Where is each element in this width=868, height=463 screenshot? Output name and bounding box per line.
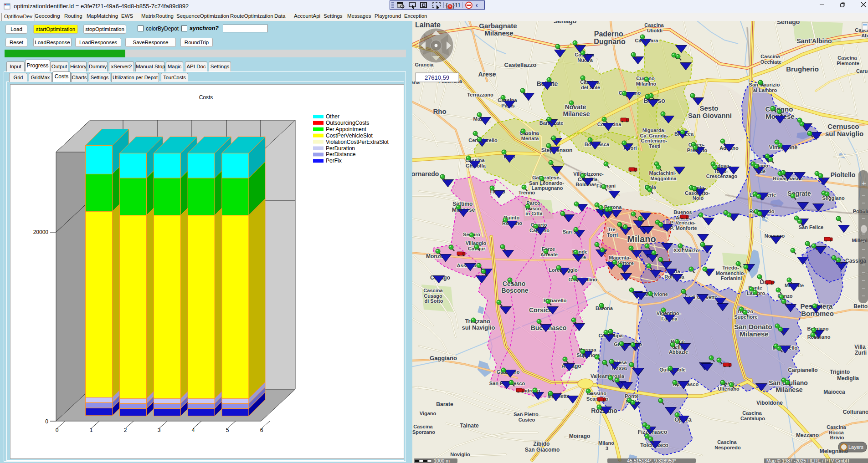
svg-text:Costs: Costs	[199, 94, 213, 101]
svg-text:Grancia: Grancia	[415, 62, 434, 67]
svg-text:Noviglio: Noviglio	[450, 452, 470, 457]
svg-text:Caruga: Caruga	[856, 68, 868, 74]
svg-text:Milano: Milano	[627, 234, 656, 244]
svg-text:Moirago: Moirago	[569, 433, 591, 439]
svg-text:OutsourcingCosts: OutsourcingCosts	[326, 120, 369, 126]
svg-text:0: 0	[45, 418, 48, 425]
svg-text:Trezzano sul Naviglio: Trezzano sul Naviglio	[462, 318, 495, 331]
svg-text:Tre Torri: Tre Torri	[607, 227, 618, 238]
svg-text:Other: Other	[326, 113, 339, 120]
svg-text:Cascina Cantalupo: Cascina Cantalupo	[740, 410, 765, 421]
svg-text:Viboldone: Viboldone	[756, 400, 783, 406]
svg-text:20000: 20000	[33, 229, 49, 235]
svg-text:Triginto: Triginto	[830, 369, 850, 375]
svg-text:Arese: Arese	[478, 71, 496, 78]
svg-text:Carpianello: Carpianello	[788, 367, 817, 373]
svg-text:Sant'Albino: Sant'Albino	[796, 37, 832, 45]
svg-text:45.515134°, 9.328950°: 45.515134°, 9.328950°	[627, 458, 676, 463]
svg-text:Novate Milanese: Novate Milanese	[563, 103, 590, 117]
svg-text:Cornaredo: Cornaredo	[412, 170, 439, 178]
svg-text:Valleambrosia: Valleambrosia	[591, 373, 625, 379]
svg-text:Maiocca: Maiocca	[823, 389, 845, 395]
svg-text:Pioltello: Pioltello	[831, 171, 855, 178]
svg-text:Tainate: Tainate	[460, 422, 478, 429]
svg-text:Per Appointment: Per Appointment	[326, 126, 366, 132]
svg-text:Cascina Nesporedo: Cascina Nesporedo	[714, 439, 741, 450]
svg-text:PerDuration: PerDuration	[326, 145, 355, 152]
svg-text:Mediglia: Mediglia	[837, 375, 859, 382]
svg-text:Map © 1987 -2025 HERE / PTV Gm: Map © 1987 -2025 HERE / PTV GmbH	[766, 458, 849, 463]
svg-text:San Donato Milanese: San Donato Milanese	[734, 323, 774, 338]
svg-text:Cascina Sporzano: Cascina Sporzano	[412, 424, 435, 435]
svg-text:Barate: Barate	[436, 401, 453, 407]
svg-text:Senago: Senago	[777, 21, 800, 25]
svg-text:Colturano: Colturano	[843, 409, 868, 415]
svg-text:1: 1	[90, 427, 93, 433]
svg-text:Maciachini- Maggiolina: Maciachini- Maggiolina	[649, 170, 678, 181]
svg-text:Bettoli: Bettoli	[853, 303, 868, 310]
svg-text:Cascina Cusago di Sotto: Cascina Cusago di Sotto	[423, 288, 444, 304]
svg-text:Paderno Dugnano: Paderno Dugnano	[594, 30, 626, 46]
svg-text:Forze Armate: Forze Armate	[540, 246, 558, 257]
svg-text:0: 0	[56, 427, 59, 433]
svg-text:Layers: Layers	[848, 444, 864, 450]
svg-text:5: 5	[226, 427, 229, 433]
svg-text:PerDistance: PerDistance	[326, 151, 356, 158]
svg-text:2: 2	[124, 427, 127, 433]
svg-text:Gaggiano: Gaggiano	[430, 355, 457, 361]
svg-text:4: 4	[192, 427, 195, 433]
svg-text:Villa Zurli: Villa Zurli	[854, 344, 867, 356]
svg-text:PerFix: PerFix	[326, 158, 342, 164]
svg-text:Seggiano: Seggiano	[822, 195, 845, 201]
svg-text:+: +	[862, 179, 866, 188]
svg-text:Terrazzano: Terrazzano	[467, 92, 493, 97]
svg-text:Rho: Rho	[433, 107, 446, 115]
svg-text:1000 m: 1000 m	[434, 458, 450, 463]
svg-text:Vigano: Vigano	[420, 411, 437, 416]
svg-text:Barona: Barona	[596, 305, 613, 311]
svg-text:Gallaratese- San Leonardo- Lam: Gallaratese- San Leonardo- Lampugnano	[529, 175, 565, 191]
svg-text:Mezzano: Mezzano	[796, 432, 819, 438]
svg-text:ViolationCostPerExtraSlot: ViolationCostPerExtraSlot	[326, 139, 389, 145]
svg-text:Senago: Senago	[554, 21, 577, 25]
svg-text:Garbagnate Milanese: Garbagnate Milanese	[479, 22, 519, 37]
svg-text:3: 3	[158, 427, 161, 433]
svg-text:Cernusco sul Naviglio: Cernusco sul Naviglio	[825, 122, 863, 137]
svg-text:Cascina Piemonte: Cascina Piemonte	[837, 55, 859, 66]
svg-text:Cascina Uboldi: Cascina Uboldi	[644, 22, 665, 33]
svg-text:Cesano Boscone: Cesano Boscone	[501, 280, 528, 294]
svg-text:27610,59: 27610,59	[425, 74, 449, 81]
svg-text:Lainate: Lainate	[415, 21, 441, 29]
svg-text:San Maurizio al Lambro: San Maurizio al Lambro	[749, 82, 781, 93]
svg-text:Cascina Occhiate: Cascina Occhiate	[760, 54, 781, 65]
svg-text:Castellazzo: Castellazzo	[504, 61, 537, 68]
svg-text:CostPerVehicleSlot: CostPerVehicleSlot	[326, 132, 373, 139]
svg-text:Brugherio: Brugherio	[786, 65, 819, 73]
svg-text:6: 6	[260, 427, 263, 433]
svg-text:Buenos Aires- P. Venezia- P. M: Buenos Aires- P. Venezia- P. Monforte	[670, 209, 697, 231]
svg-text:XXII Marzo: XXII Marzo	[673, 248, 699, 253]
